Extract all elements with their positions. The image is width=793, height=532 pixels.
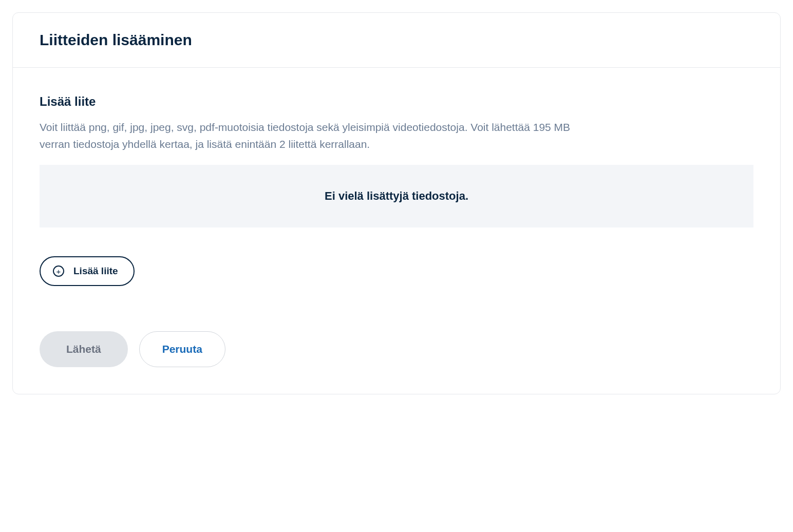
attachments-card: Liitteiden lisääminen Lisää liite Voit l…: [12, 12, 781, 394]
add-attachment-button[interactable]: + Lisää liite: [40, 256, 135, 286]
section-title: Lisää liite: [40, 94, 753, 109]
submit-button[interactable]: Lähetä: [40, 331, 128, 367]
add-button-label: Lisää liite: [73, 265, 118, 277]
empty-state-box: Ei vielä lisättyjä tiedostoja.: [40, 165, 753, 227]
card-header: Liitteiden lisääminen: [13, 13, 780, 68]
cancel-button[interactable]: Peruuta: [139, 331, 225, 367]
card-body: Lisää liite Voit liittää png, gif, jpg, …: [13, 68, 780, 394]
empty-state-text: Ei vielä lisättyjä tiedostoja.: [325, 189, 468, 202]
footer-buttons: Lähetä Peruuta: [40, 331, 753, 367]
plus-icon: +: [53, 265, 64, 277]
card-title: Liitteiden lisääminen: [40, 31, 753, 49]
section-description: Voit liittää png, gif, jpg, jpeg, svg, p…: [40, 119, 584, 153]
